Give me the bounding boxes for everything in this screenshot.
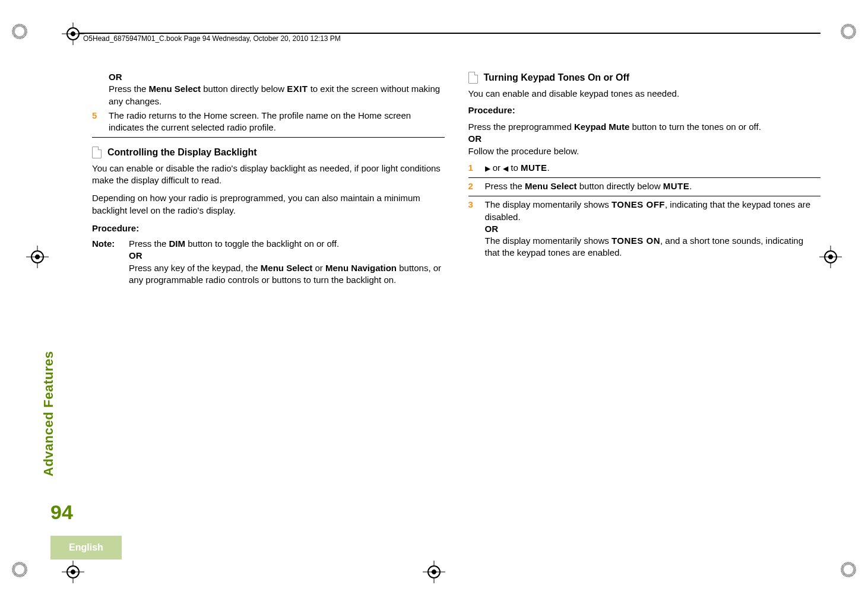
text: to xyxy=(508,163,521,173)
left-arrow-icon: ◀ xyxy=(503,164,508,173)
heading-text: Turning Keypad Tones On or Off xyxy=(484,71,630,84)
header-rule xyxy=(77,33,821,34)
step-3: 3 The display momentarily shows TONES OF… xyxy=(468,199,821,262)
crop-gear-icon xyxy=(12,24,27,39)
step-number: 5 xyxy=(92,110,103,134)
right-column: Turning Keypad Tones On or Off You can e… xyxy=(468,71,821,565)
text: Press the preprogrammed xyxy=(468,122,574,132)
menu-select-label: Menu Select xyxy=(525,181,577,191)
exit-softkey: EXIT xyxy=(287,84,308,94)
text: . xyxy=(689,181,692,191)
body-text: Follow the procedure below. xyxy=(468,145,821,157)
step-text: ▶ or ◀ to MUTE. xyxy=(485,162,550,174)
mute-softkey: MUTE xyxy=(521,163,547,173)
text: Press the xyxy=(485,181,525,191)
step-text: The radio returns to the Home screen. Th… xyxy=(109,110,445,134)
or-label: OR xyxy=(485,224,499,234)
right-arrow-icon: ▶ xyxy=(485,164,490,173)
step-number: 1 xyxy=(468,162,479,174)
page-number: 94 xyxy=(50,501,73,524)
note-block: Note: Press the DIM button to toggle the… xyxy=(92,238,445,286)
step-number: 2 xyxy=(468,180,479,192)
text: button directly below xyxy=(577,181,663,191)
language-tab: English xyxy=(50,536,122,559)
page-icon xyxy=(92,147,102,158)
section-heading-backlight: Controlling the Display Backlight xyxy=(92,146,445,159)
text: button to turn the tones on or off. xyxy=(629,122,761,132)
procedure-label: Procedure: xyxy=(92,222,445,234)
step-text: Press the Menu Select button directly be… xyxy=(485,180,692,192)
tones-off-label: TONES OFF xyxy=(612,199,665,209)
body-text: You can enable or disable the radio's di… xyxy=(92,163,445,187)
procedure-text: Procedure: xyxy=(92,223,139,233)
text: button directly below xyxy=(201,84,287,94)
text: . xyxy=(547,163,550,173)
text: The display momentarily shows xyxy=(485,236,612,246)
or-label: OR xyxy=(129,250,142,260)
menu-select-label: Menu Select xyxy=(261,263,313,273)
crop-target-icon xyxy=(823,249,838,265)
note-label: Note: xyxy=(92,238,121,286)
text: Press any key of the keypad, the xyxy=(129,263,261,273)
crop-target-icon xyxy=(30,249,45,265)
crop-gear-icon xyxy=(841,24,856,39)
text: button to toggle the backlight on or off… xyxy=(185,239,339,249)
left-column: OR Press the Menu Select button directly… xyxy=(92,71,445,565)
body-text: Press the preprogrammed Keypad Mute butt… xyxy=(468,121,821,133)
crop-target-icon xyxy=(65,564,81,580)
step-number: 3 xyxy=(468,199,479,259)
step-text: The display momentarily shows TONES OFF,… xyxy=(485,199,821,259)
or-label: OR xyxy=(468,133,821,145)
mute-softkey: MUTE xyxy=(663,181,690,191)
page-icon xyxy=(468,72,478,84)
crop-gear-icon xyxy=(841,562,856,577)
body-text: Depending on how your radio is preprogra… xyxy=(92,192,445,217)
crop-target-icon xyxy=(65,26,81,42)
text: Press the xyxy=(109,84,149,94)
procedure-text: Procedure: xyxy=(468,105,515,115)
side-tab-label: Advanced Features xyxy=(41,351,56,476)
tones-on-label: TONES ON xyxy=(612,236,660,246)
dim-button-label: DIM xyxy=(169,239,186,249)
step-2: 2 Press the Menu Select button directly … xyxy=(468,180,821,196)
step-1: 1 ▶ or ◀ to MUTE. xyxy=(468,162,821,178)
menu-select-label: Menu Select xyxy=(149,84,201,94)
heading-text: Controlling the Display Backlight xyxy=(107,146,257,159)
section-heading-keypad-tones: Turning Keypad Tones On or Off xyxy=(468,71,821,84)
text: The display momentarily shows xyxy=(485,199,612,209)
page-content: OR Press the Menu Select button directly… xyxy=(92,71,821,565)
running-header: O5Head_6875947M01_C.book Page 94 Wednesd… xyxy=(83,34,341,43)
or-label: OR xyxy=(109,72,122,82)
step-5: 5 The radio returns to the Home screen. … xyxy=(92,110,445,138)
note-body: Press the DIM button to toggle the backl… xyxy=(129,238,445,286)
procedure-label: Procedure: xyxy=(468,104,821,116)
text: OR xyxy=(468,133,482,144)
body-text: Press the Menu Select button directly be… xyxy=(109,84,440,106)
body-text: You can enable and disable keypad tones … xyxy=(468,88,821,100)
text: Press the xyxy=(129,239,169,249)
text: or xyxy=(490,163,503,173)
menu-navigation-label: Menu Navigation xyxy=(325,263,397,273)
text: or xyxy=(312,263,325,273)
crop-gear-icon xyxy=(12,562,27,577)
keypad-mute-label: Keypad Mute xyxy=(574,122,629,132)
or-block: OR Press the Menu Select button directly… xyxy=(109,71,445,107)
crop-target-icon xyxy=(426,564,442,580)
